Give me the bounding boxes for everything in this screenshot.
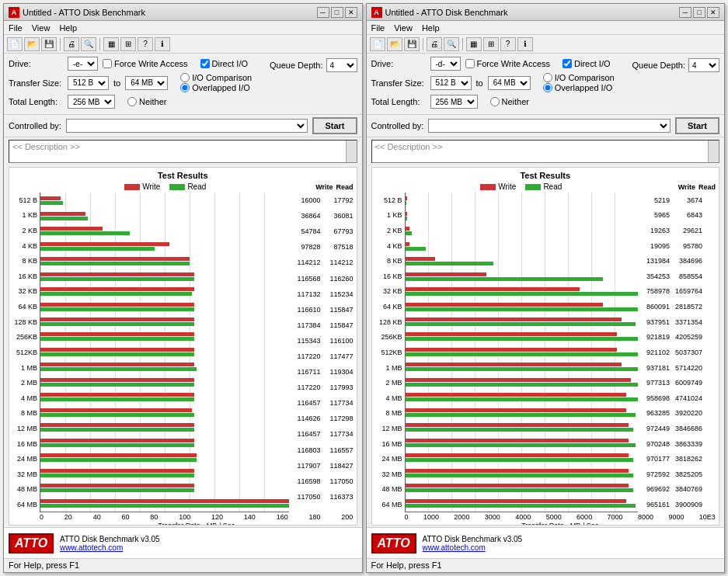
bar-pair [406,332,639,342]
read-bar [406,231,413,235]
write-bar [406,408,627,412]
new-button-2[interactable]: 📄 [370,37,385,51]
maximize-button-2[interactable]: □ [693,7,705,18]
read-bar [406,443,636,447]
radio-io-comparison-1[interactable]: I/O Comparison [180,73,252,82]
info-button-1[interactable]: ℹ [155,37,170,51]
row-label: 4 MB [12,394,37,402]
value-pair: 131984384696 [640,257,716,265]
value-pair: 52193674 [640,196,716,204]
toolbar-btn-a[interactable]: ▦ [103,37,119,51]
queue-depth-select-1[interactable]: 4 [326,58,357,72]
radio-overlapped-1[interactable]: Overlapped I/O [180,83,252,92]
info-button-2[interactable]: ℹ [517,37,533,51]
read-bar [406,247,427,251]
force-write-checkbox-1[interactable]: Force Write Access [103,59,188,68]
bar-pair [40,211,289,220]
total-length-select-2[interactable]: 256 MB [430,95,478,109]
row-label: 4 KB [375,242,402,250]
queue-depth-select-2[interactable]: 4 [688,58,719,72]
toolbar-btn-d[interactable]: ⊞ [483,37,499,51]
read-value: 117734 [324,430,354,438]
transfer-from-select-1[interactable]: 512 B [68,76,109,90]
bar-pair [406,408,639,417]
total-length-select-1[interactable]: 256 MB [68,95,115,109]
menu-view-1[interactable]: View [30,23,52,33]
save-button-2[interactable]: 💾 [404,37,420,51]
read-bar [40,458,197,462]
minimize-button-1[interactable]: ─ [317,7,329,18]
value-pair: 116457117734 [291,399,354,407]
footer-url-1[interactable]: www.attotech.com [60,543,160,552]
write-value: 5965 [640,211,670,219]
status-bar-1: For Help, press F1 [4,558,362,572]
write-value: 19095 [640,242,670,250]
zoom-button-1[interactable]: 🔍 [81,37,96,51]
bar-pair [40,377,289,387]
value-pair: 116568116260 [291,275,354,283]
toolbar-btn-c[interactable]: ▦ [466,37,482,51]
row-label: 16 MB [375,440,402,448]
read-value: 95780 [673,242,702,250]
print-button-1[interactable]: 🖨 [64,37,79,51]
read-bar [406,277,604,281]
description-scrollbar-1[interactable] [346,141,357,162]
help-button-1[interactable]: ? [138,37,153,51]
force-write-checkbox-2[interactable]: Force Write Access [465,59,551,68]
controlled-select-2[interactable] [428,119,671,133]
save-button-1[interactable]: 💾 [41,37,57,51]
write-col-header-1: Write [315,183,333,191]
direct-io-checkbox-1[interactable]: Direct I/O [200,59,248,68]
value-pair: 115343116100 [291,337,354,345]
start-button-1[interactable]: Start [312,117,357,134]
close-button-2[interactable]: ✕ [707,7,719,18]
open-button-1[interactable]: 📂 [24,37,40,51]
row-label: 24 MB [12,455,37,463]
x-label: 180 [309,513,321,521]
radio-neither-1[interactable]: Neither [127,97,166,106]
transfer-to-select-1[interactable]: 64 MB [125,76,168,90]
direct-io-checkbox-2[interactable]: Direct I/O [563,59,610,68]
bar-pair [40,438,289,447]
print-button-2[interactable]: 🖨 [427,37,442,51]
radio-io-comparison-2[interactable]: I/O Comparison [543,73,615,82]
x-label: 6000 [576,513,592,521]
x-axis-title-1: Transfer Rate - MB / Sec [40,522,354,526]
row-label: 12 MB [12,425,37,432]
write-bar [406,303,604,307]
row-label: 16 KB [12,272,37,280]
row-label: 1 KB [375,211,402,219]
radio-neither-2[interactable]: Neither [490,97,529,106]
read-bar [40,413,194,417]
write-value: 116803 [291,446,321,454]
transfer-to-select-2[interactable]: 64 MB [488,76,531,90]
open-button-2[interactable]: 📂 [387,37,402,51]
help-button-2[interactable]: ? [500,37,516,51]
controlled-select-1[interactable] [66,119,308,133]
transfer-from-select-2[interactable]: 512 B [430,76,472,90]
radio-overlapped-2[interactable]: Overlapped I/O [543,83,615,92]
toolbar-btn-b[interactable]: ⊞ [120,37,136,51]
maximize-button-1[interactable]: □ [331,7,343,18]
footer-url-2[interactable]: www.attotech.com [423,543,523,552]
row-label: 16 MB [12,440,37,448]
write-bar [406,469,629,473]
value-pair: 9782887518 [291,243,354,251]
new-button-1[interactable]: 📄 [7,37,23,51]
description-scrollbar-2[interactable] [708,141,719,162]
bar-pair [406,393,639,402]
menu-file-1[interactable]: File [7,23,24,33]
minimize-button-2[interactable]: ─ [679,7,691,18]
menu-file-2[interactable]: File [370,23,387,33]
read-bar [406,458,634,462]
menu-help-2[interactable]: Help [420,23,441,33]
start-button-2[interactable]: Start [675,117,719,134]
row-label: 128 KB [12,318,37,326]
drive-select-1[interactable]: -e- [68,57,98,71]
menu-help-1[interactable]: Help [57,23,78,33]
menu-view-2[interactable]: View [392,23,414,33]
drive-select-2[interactable]: -d- [430,57,461,71]
value-pair: 9773136009749 [640,379,716,387]
close-button-1[interactable]: ✕ [345,7,357,18]
zoom-button-2[interactable]: 🔍 [444,37,459,51]
